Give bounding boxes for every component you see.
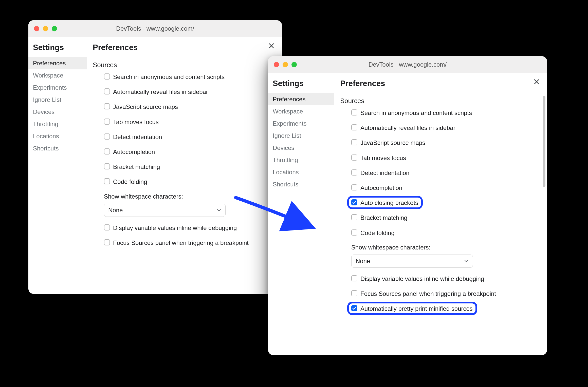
checkbox[interactable] xyxy=(104,239,110,245)
preference-option[interactable]: Bracket matching xyxy=(104,163,277,171)
close-window-button[interactable] xyxy=(274,62,279,67)
checkbox[interactable] xyxy=(104,178,110,184)
checkbox[interactable] xyxy=(351,124,357,130)
settings-heading: Settings xyxy=(33,43,87,52)
preference-option[interactable]: Focus Sources panel when triggering a br… xyxy=(351,290,538,298)
option-label: Bracket matching xyxy=(360,214,407,222)
sidebar-item-workspace[interactable]: Workspace xyxy=(28,69,87,82)
option-label: Autocompletion xyxy=(113,148,155,156)
checkbox[interactable] xyxy=(351,229,357,236)
traffic-lights xyxy=(274,62,297,67)
settings-heading: Settings xyxy=(273,79,334,88)
preference-option[interactable]: Detect indentation xyxy=(104,133,277,141)
sidebar-item-shortcuts[interactable]: Shortcuts xyxy=(268,178,334,190)
preference-option[interactable]: Display variable values inline while deb… xyxy=(351,275,538,283)
sidebar-item-preferences[interactable]: Preferences xyxy=(28,57,87,69)
preference-option[interactable]: Autocompletion xyxy=(104,148,277,156)
sidebar-item-devices[interactable]: Devices xyxy=(28,106,87,118)
checkbox[interactable] xyxy=(351,199,357,205)
sidebar-item-ignore-list[interactable]: Ignore List xyxy=(268,130,334,142)
sidebar-item-ignore-list[interactable]: Ignore List xyxy=(28,94,87,106)
preference-option[interactable]: Auto closing brackets xyxy=(351,199,538,207)
preference-option[interactable]: JavaScript source maps xyxy=(351,139,538,147)
section-title-sources: Sources xyxy=(93,61,277,69)
window-title: DevTools - www.google.com/ xyxy=(33,25,277,32)
checkbox[interactable] xyxy=(104,148,110,154)
option-label: JavaScript source maps xyxy=(113,103,178,111)
settings-sidebar: Settings PreferencesWorkspaceExperiments… xyxy=(28,37,87,294)
sidebar-item-throttling[interactable]: Throttling xyxy=(268,154,334,166)
preference-option[interactable]: Focus Sources panel when triggering a br… xyxy=(104,239,277,247)
titlebar[interactable]: DevTools - www.google.com/ xyxy=(28,20,282,37)
settings-content: Preferences Sources Search in anonymous … xyxy=(87,37,282,294)
sidebar-item-preferences[interactable]: Preferences xyxy=(268,93,334,105)
option-label: JavaScript source maps xyxy=(360,139,425,147)
sidebar-item-locations[interactable]: Locations xyxy=(28,130,87,142)
checkbox[interactable] xyxy=(351,290,357,296)
checkbox[interactable] xyxy=(351,275,357,281)
minimize-window-button[interactable] xyxy=(43,26,48,31)
preference-option[interactable]: Bracket matching xyxy=(351,214,538,222)
preference-option[interactable]: Code folding xyxy=(104,178,277,186)
sidebar-item-shortcuts[interactable]: Shortcuts xyxy=(28,142,87,154)
preference-option[interactable]: Detect indentation xyxy=(351,169,538,177)
preference-option[interactable]: Display variable values inline while deb… xyxy=(104,224,277,232)
minimize-window-button[interactable] xyxy=(283,62,288,67)
checkbox[interactable] xyxy=(104,224,110,230)
sidebar-item-throttling[interactable]: Throttling xyxy=(28,118,87,130)
whitespace-select[interactable]: None xyxy=(104,204,226,217)
checkbox[interactable] xyxy=(351,154,357,161)
scrollbar-thumb[interactable] xyxy=(543,96,545,187)
preference-option[interactable]: JavaScript source maps xyxy=(104,103,277,111)
checkbox[interactable] xyxy=(104,133,110,140)
devtools-window-before: DevTools - www.google.com/ Settings Pref… xyxy=(28,20,282,294)
preference-option[interactable]: Tab moves focus xyxy=(351,154,538,162)
preference-option[interactable]: Autocompletion xyxy=(351,184,538,192)
settings-content: Preferences Sources Search in anonymous … xyxy=(334,73,547,355)
checkbox[interactable] xyxy=(104,103,110,109)
preferences-heading: Preferences xyxy=(340,79,538,88)
traffic-lights xyxy=(34,26,57,31)
checkbox[interactable] xyxy=(351,139,357,145)
checkbox[interactable] xyxy=(104,119,110,125)
checkbox[interactable] xyxy=(104,73,110,80)
whitespace-select[interactable]: None xyxy=(351,255,473,268)
chevron-down-icon xyxy=(217,208,221,212)
sidebar-item-workspace[interactable]: Workspace xyxy=(268,105,334,118)
option-label: Bracket matching xyxy=(113,163,160,171)
sidebar-item-locations[interactable]: Locations xyxy=(268,166,334,178)
preference-option[interactable]: Search in anonymous and content scripts xyxy=(351,109,538,117)
preference-option[interactable]: Automatically pretty print minified sour… xyxy=(351,305,538,313)
preference-option[interactable]: Automatically reveal files in sidebar xyxy=(104,88,277,96)
devtools-window-after: DevTools - www.google.com/ Settings Pref… xyxy=(268,56,547,355)
sidebar-item-devices[interactable]: Devices xyxy=(268,142,334,154)
option-label: Autocompletion xyxy=(360,184,402,192)
preference-option[interactable]: Automatically reveal files in sidebar xyxy=(351,124,538,132)
sidebar-item-experiments[interactable]: Experiments xyxy=(268,118,334,130)
option-label: Tab moves focus xyxy=(360,154,406,162)
select-value: None xyxy=(108,207,123,214)
preference-option[interactable]: Tab moves focus xyxy=(104,118,277,126)
chevron-down-icon xyxy=(464,259,469,263)
close-window-button[interactable] xyxy=(34,26,39,31)
checkbox[interactable] xyxy=(351,169,357,176)
divider xyxy=(93,57,277,57)
sidebar-item-experiments[interactable]: Experiments xyxy=(28,82,87,94)
zoom-window-button[interactable] xyxy=(52,26,57,31)
checkbox[interactable] xyxy=(351,109,357,115)
checkbox[interactable] xyxy=(104,163,110,169)
option-label: Automatically pretty print minified sour… xyxy=(360,305,473,313)
option-label: Search in anonymous and content scripts xyxy=(360,109,472,117)
checkbox[interactable] xyxy=(351,214,357,220)
close-settings-button[interactable] xyxy=(532,78,541,86)
checkbox[interactable] xyxy=(104,88,110,94)
option-label: Auto closing brackets xyxy=(360,199,418,207)
checkbox[interactable] xyxy=(351,305,357,311)
option-label: Code folding xyxy=(360,229,395,237)
titlebar[interactable]: DevTools - www.google.com/ xyxy=(268,56,547,73)
preference-option[interactable]: Search in anonymous and content scripts xyxy=(104,73,277,81)
checkbox[interactable] xyxy=(351,184,357,190)
zoom-window-button[interactable] xyxy=(291,62,297,67)
preference-option[interactable]: Code folding xyxy=(351,229,538,237)
close-settings-button[interactable] xyxy=(267,42,276,50)
